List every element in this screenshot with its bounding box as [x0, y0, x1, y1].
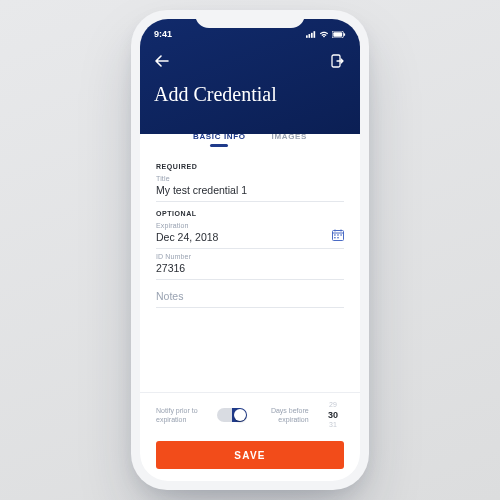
status-indicators — [306, 31, 346, 38]
notes-placeholder: Notes — [156, 284, 344, 308]
expiration-value: Dec 24, 2018 — [156, 229, 344, 249]
idnumber-value: 27316 — [156, 260, 344, 280]
notes-field[interactable]: Notes — [156, 284, 344, 308]
idnumber-field[interactable]: ID Number 27316 — [156, 253, 344, 280]
svg-rect-5 — [333, 32, 342, 36]
picker-current: 30 — [322, 410, 344, 421]
calendar-icon — [332, 229, 344, 241]
expiration-field[interactable]: Expiration Dec 24, 2018 — [156, 222, 344, 249]
svg-rect-16 — [337, 237, 338, 238]
exit-icon — [331, 54, 345, 68]
battery-icon — [332, 31, 346, 38]
title-field[interactable]: Title My test credential 1 — [156, 175, 344, 202]
tab-basic-info[interactable]: BASIC INFO — [193, 132, 246, 147]
nav-bar — [154, 53, 346, 69]
phone-frame: 9:41 Add Credential BASIC INFO — [131, 10, 369, 490]
notify-row: Notify prior to expiration Days before e… — [140, 392, 360, 435]
logout-button[interactable] — [330, 53, 346, 69]
app-screen: 9:41 Add Credential BASIC INFO — [140, 19, 360, 481]
page-title: Add Credential — [154, 83, 346, 106]
notify-toggle[interactable] — [217, 408, 247, 422]
svg-rect-13 — [337, 234, 338, 235]
app-header: 9:41 Add Credential — [140, 19, 360, 134]
calendar-button[interactable] — [332, 229, 344, 241]
device-notch — [195, 10, 305, 28]
picker-next: 31 — [322, 421, 344, 429]
svg-rect-0 — [306, 35, 308, 38]
svg-rect-14 — [340, 234, 341, 235]
notify-prior-label: Notify prior to expiration — [156, 406, 204, 424]
signal-icon — [306, 31, 316, 38]
form-body: REQUIRED Title My test credential 1 OPTI… — [140, 153, 360, 392]
save-button[interactable]: SAVE — [156, 441, 344, 469]
svg-rect-3 — [314, 31, 316, 38]
section-optional: OPTIONAL — [156, 210, 344, 217]
arrow-left-icon — [155, 55, 169, 67]
svg-rect-15 — [334, 237, 335, 238]
picker-prev: 29 — [322, 401, 344, 409]
days-picker[interactable]: 29 30 31 — [322, 401, 344, 429]
save-row: SAVE — [140, 435, 360, 481]
toggle-knob — [234, 409, 246, 421]
days-before-label: Days before expiration — [261, 406, 309, 424]
svg-rect-12 — [334, 234, 335, 235]
expiration-label: Expiration — [156, 222, 344, 229]
svg-rect-2 — [311, 32, 313, 37]
svg-rect-6 — [344, 33, 345, 36]
content-card: BASIC INFO IMAGES REQUIRED Title My test… — [140, 120, 360, 481]
idnumber-label: ID Number — [156, 253, 344, 260]
status-time: 9:41 — [154, 29, 172, 39]
wifi-icon — [319, 31, 329, 38]
tab-images[interactable]: IMAGES — [272, 132, 307, 147]
title-value: My test credential 1 — [156, 182, 344, 202]
section-required: REQUIRED — [156, 163, 344, 170]
svg-rect-1 — [309, 34, 311, 38]
back-button[interactable] — [154, 53, 170, 69]
title-label: Title — [156, 175, 344, 182]
